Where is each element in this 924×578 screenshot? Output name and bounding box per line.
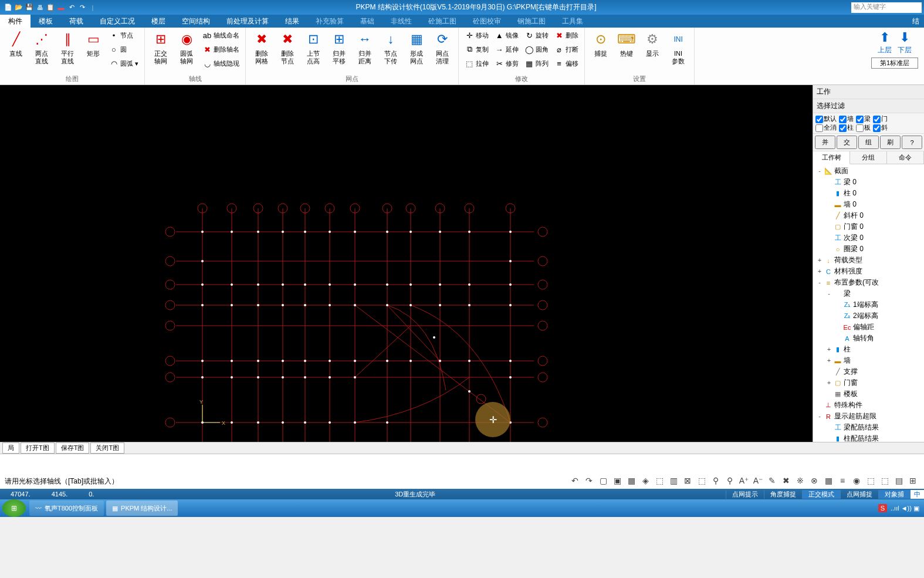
filter-板[interactable]: 板 xyxy=(856,124,871,131)
snap-ortho[interactable]: 正交模式 xyxy=(802,490,840,499)
taskbar-item-t800[interactable]: 〰氧声T800控制面板 xyxy=(29,501,104,516)
tree-node[interactable]: ⊥特殊构件 xyxy=(814,400,923,411)
cmd-tool-4[interactable]: ▦ xyxy=(625,475,638,486)
filter-union-button[interactable]: 并 xyxy=(815,136,835,149)
menu-tab-supplementary[interactable]: 补充验算 xyxy=(307,15,352,28)
tree-expander[interactable]: + xyxy=(826,380,832,386)
cmd-tool-20[interactable]: ◉ xyxy=(850,475,863,486)
node-height-button[interactable]: ⊡上节点高 xyxy=(301,29,326,66)
trim-button[interactable]: ✂修剪 xyxy=(492,57,521,70)
cmd-tool-1[interactable]: ↷ xyxy=(583,475,595,486)
current-floor-select[interactable]: 第1标准层 xyxy=(871,58,918,69)
tree-node[interactable]: ▮柱配筋结果 xyxy=(814,433,923,442)
tree-node[interactable]: ▬墙 0 xyxy=(814,199,923,210)
tab-worktree[interactable]: 工作树 xyxy=(813,151,850,164)
tree-node[interactable]: +↓荷载类型 xyxy=(814,255,923,266)
command-line[interactable]: 请用光标选择轴线（[Tab]或批输入） ↶↷▢▣▦◈⬚▥⊠⬚⚲⚲A⁺A⁻✎✖※⊗… xyxy=(0,454,924,489)
tree-node[interactable]: Z₂2端标高 xyxy=(814,310,923,322)
tree-expander[interactable]: + xyxy=(817,268,823,275)
qat-new-icon[interactable]: 📄 xyxy=(4,3,13,12)
menu-tab-custom[interactable]: 自定义工况 xyxy=(92,15,143,28)
filter-柱[interactable]: 柱 xyxy=(839,124,854,131)
tree-node[interactable]: Z₁1端标高 xyxy=(814,299,923,310)
node-down-button[interactable]: ↓节点下传 xyxy=(378,29,403,66)
tray-s-icon[interactable]: S xyxy=(878,504,887,512)
cmd-tool-6[interactable]: ⬚ xyxy=(653,475,666,486)
filter-全消[interactable]: 全消 xyxy=(815,124,837,131)
menu-tab-floor[interactable]: 楼层 xyxy=(143,15,174,28)
tree-node[interactable]: -R显示超筋超限 xyxy=(814,411,923,422)
tree-node[interactable]: 工梁 0 xyxy=(814,177,923,188)
break-button[interactable]: ⌀打断 xyxy=(552,43,581,56)
axis-ortho-button[interactable]: ⊞正交轴网 xyxy=(148,29,173,66)
work-tree[interactable]: -📐截面工梁 0▮柱 0▬墙 0╱斜杆 0▢门窗 0工次梁 0○圈梁 0+↓荷载… xyxy=(813,164,924,442)
cmd-tool-21[interactable]: ⬚ xyxy=(864,475,877,486)
filter-group-button[interactable]: 组 xyxy=(858,136,879,149)
tree-node[interactable]: ▦楼板 xyxy=(814,388,923,400)
drawing-canvas[interactable]: X Y ✛ xyxy=(0,85,813,442)
snap-object[interactable]: 对象捕 xyxy=(878,490,910,499)
tree-expander[interactable]: - xyxy=(817,413,823,420)
cmd-tool-12[interactable]: A⁺ xyxy=(737,475,750,486)
floor-up-button[interactable]: ⬆上层 xyxy=(878,30,892,55)
filter-墙[interactable]: 墙 xyxy=(839,115,854,122)
cmd-tool-22[interactable]: ⬚ xyxy=(878,475,891,486)
tree-node[interactable]: +▢门窗 xyxy=(814,377,923,388)
tree-node[interactable]: ○圈梁 0 xyxy=(814,244,923,255)
cmd-tool-8[interactable]: ⊠ xyxy=(681,475,694,486)
tree-expander[interactable]: - xyxy=(817,279,823,286)
draw-node-button[interactable]: •节点 xyxy=(107,29,141,42)
qat-open-icon[interactable]: 📂 xyxy=(14,3,23,12)
stretch-button[interactable]: ⬚拉伸 xyxy=(462,57,491,70)
hotkey-button[interactable]: ⌨热键 xyxy=(614,29,639,59)
start-button[interactable]: ⊞ xyxy=(2,499,26,517)
snap-point-hint[interactable]: 点网提示 xyxy=(726,490,764,499)
tree-node[interactable]: ╱斜杆 0 xyxy=(814,210,923,221)
filter-门[interactable]: 门 xyxy=(873,115,888,122)
filter-help-button[interactable]: ? xyxy=(902,136,922,149)
btab-open[interactable]: 打开T图 xyxy=(21,442,55,454)
filter-refresh-button[interactable]: 刷 xyxy=(880,136,901,149)
tree-expander[interactable]: + xyxy=(826,346,832,353)
draw-line-button[interactable]: ╱直线 xyxy=(4,29,28,59)
btab-close[interactable]: 关闭T图 xyxy=(90,442,124,454)
cmd-tool-7[interactable]: ▥ xyxy=(667,475,680,486)
cmd-tool-16[interactable]: ※ xyxy=(794,475,807,486)
btab-save[interactable]: 保存T图 xyxy=(56,442,90,454)
floor-down-button[interactable]: ⬇下层 xyxy=(898,30,912,55)
clean-nodes-button[interactable]: ⟳网点清理 xyxy=(430,29,455,66)
cmd-tool-0[interactable]: ↶ xyxy=(568,475,581,486)
draw-parallel-button[interactable]: ∥平行直线 xyxy=(55,29,80,66)
tree-expander[interactable]: + xyxy=(826,357,832,364)
menu-tab-component[interactable]: 构件 xyxy=(0,15,31,28)
del-grid-button[interactable]: ✖删除网格 xyxy=(249,29,274,66)
btab-layout[interactable]: 局 xyxy=(2,442,19,454)
tree-node[interactable]: ▮柱 0 xyxy=(814,188,923,199)
tree-node[interactable]: Ec偏轴距 xyxy=(814,322,923,333)
tree-node[interactable]: -📐截面 xyxy=(814,165,923,177)
draw-rect-button[interactable]: ▭矩形 xyxy=(81,29,106,59)
axis-naming-button[interactable]: ab轴线命名 xyxy=(200,29,242,42)
menu-tab-load[interactable]: 荷载 xyxy=(61,15,92,28)
snap-button[interactable]: ⊙捕捉 xyxy=(588,29,613,59)
cmd-tool-18[interactable]: ▦ xyxy=(822,475,835,486)
menu-tab-slab[interactable]: 楼板 xyxy=(31,15,61,28)
copy-button[interactable]: ⧉复制 xyxy=(462,43,491,56)
offset-button[interactable]: ≡偏移 xyxy=(552,57,581,70)
cmd-tool-13[interactable]: A⁻ xyxy=(752,475,764,486)
merge-dist-button[interactable]: ↔归并距离 xyxy=(353,29,377,66)
ini-button[interactable]: INIINI参数 xyxy=(666,29,691,66)
tree-node[interactable]: 工次梁 0 xyxy=(814,232,923,244)
cmd-tool-19[interactable]: ≡ xyxy=(836,475,849,486)
tab-command[interactable]: 命令 xyxy=(887,151,924,164)
qat-undo-icon[interactable]: ↶ xyxy=(67,3,76,12)
cmd-tool-23[interactable]: ▤ xyxy=(892,475,905,486)
axis-hide-button[interactable]: ◡轴线隐现 xyxy=(200,57,242,70)
draw-arc-button[interactable]: ◠圆弧 ▾ xyxy=(107,57,141,70)
menu-tab-concrete-check[interactable]: 砼图校审 xyxy=(465,15,509,28)
tree-node[interactable]: -梁 xyxy=(814,288,923,299)
filter-默认[interactable]: 默认 xyxy=(815,115,837,122)
qat-print-icon[interactable]: 🖶 xyxy=(35,3,45,12)
cmd-tool-5[interactable]: ◈ xyxy=(639,475,652,486)
menu-tab-tools[interactable]: 工具集 xyxy=(554,15,591,28)
